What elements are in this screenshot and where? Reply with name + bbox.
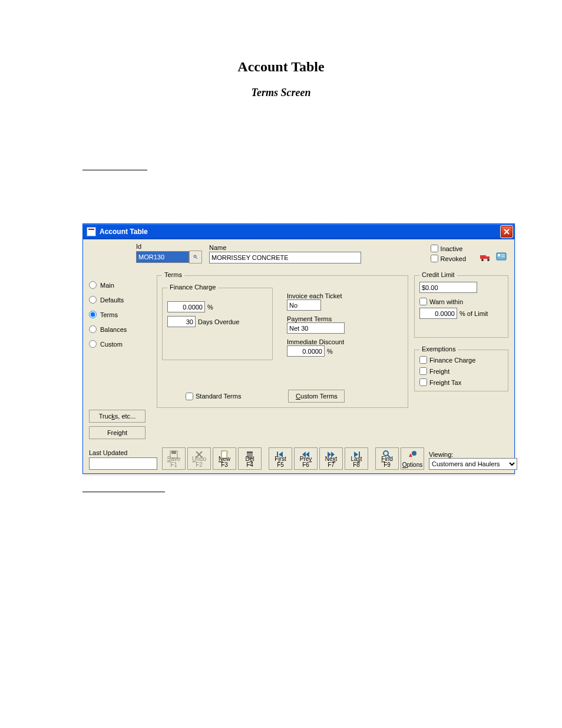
id-lookup-button[interactable]	[189, 251, 202, 263]
warn-within-label: Warn within	[429, 298, 463, 305]
immediate-discount-label: Immediate Discount	[287, 338, 344, 345]
exempt-finance-checkbox[interactable]	[419, 356, 427, 364]
standard-terms-checkbox[interactable]	[186, 393, 193, 400]
nav-custom[interactable]	[89, 340, 97, 348]
name-label: Name	[209, 244, 361, 251]
document-title: Account Table	[0, 59, 562, 75]
toolbar: Save F1 Undo F2 New F3 Del F4 First F5	[162, 447, 424, 470]
svg-point-4	[481, 259, 484, 261]
next-button[interactable]: Next F7	[319, 447, 343, 470]
finance-days-input[interactable]	[167, 316, 196, 327]
terms-group-title: Terms	[162, 271, 184, 278]
id-label: Id	[136, 243, 202, 250]
header-row: Id Name Inactive Revoked	[83, 239, 514, 268]
nav-defaults[interactable]	[89, 296, 97, 304]
immediate-discount-pct: %	[327, 348, 333, 355]
nav-balances[interactable]	[89, 325, 97, 333]
first-icon	[269, 450, 292, 459]
exempt-freight-label: Freight	[429, 368, 449, 375]
last-updated-input[interactable]	[89, 457, 157, 470]
finance-charge-title: Finance Charge	[167, 284, 218, 291]
custom-terms-button[interactable]: Custom Terms	[288, 390, 345, 403]
trash-icon	[239, 450, 261, 459]
trucks-button[interactable]: Trucks, etc...	[89, 410, 146, 423]
svg-marker-23	[328, 452, 331, 457]
freight-button[interactable]: Freight	[89, 426, 146, 439]
svg-marker-24	[331, 452, 335, 457]
invoice-each-label: Invoice each Ticket	[287, 292, 342, 299]
close-icon	[504, 229, 510, 235]
footer: Last Updated Save F1 Undo F2 New F3 Del …	[83, 445, 514, 473]
warn-within-checkbox[interactable]	[419, 298, 427, 305]
svg-marker-29	[409, 453, 412, 457]
standard-terms-label: Standard Terms	[196, 393, 241, 400]
next-icon	[320, 450, 342, 459]
svg-point-30	[412, 451, 416, 456]
nav-custom-label: Custom	[100, 341, 123, 348]
svg-rect-12	[222, 451, 227, 458]
save-button[interactable]: Save F1	[162, 447, 186, 470]
svg-rect-3	[486, 256, 490, 259]
magnifier-icon	[193, 253, 198, 261]
del-button[interactable]: Del F4	[238, 447, 262, 470]
last-button[interactable]: Last F8	[345, 447, 368, 470]
immediate-discount-input[interactable]	[287, 345, 325, 357]
divider	[82, 170, 147, 170]
payment-terms-input[interactable]	[287, 322, 345, 334]
svg-line-28	[388, 455, 391, 458]
exempt-finance-label: Finance Charge	[429, 357, 475, 364]
exempt-freight-tax-label: Freight Tax	[429, 379, 461, 386]
close-button[interactable]	[500, 225, 513, 238]
exemptions-title: Exemptions	[419, 345, 458, 353]
revoked-checkbox[interactable]	[431, 255, 438, 262]
options-icon	[401, 450, 424, 459]
prev-button[interactable]: Prev F6	[294, 447, 318, 470]
revoked-label: Revoked	[441, 255, 466, 262]
terms-panel: Terms Finance Charge % Days Overdue	[157, 271, 408, 442]
save-icon	[163, 450, 185, 459]
credit-limit-title: Credit Limit	[419, 271, 457, 278]
invoice-each-input[interactable]	[287, 299, 321, 311]
undo-button[interactable]: Undo F2	[187, 447, 211, 470]
nav-terms[interactable]	[89, 311, 97, 318]
truck-icon	[479, 249, 493, 263]
last-updated-label: Last Updated	[89, 449, 157, 456]
finance-days-label: Days Overdue	[198, 318, 239, 325]
viewing-label: Viewing:	[429, 451, 517, 458]
nav-terms-label: Terms	[100, 311, 118, 318]
nav-main-label: Main	[100, 282, 114, 289]
id-input[interactable]	[136, 251, 189, 263]
nav-balances-label: Balances	[100, 326, 127, 333]
svg-rect-2	[480, 255, 486, 259]
first-button[interactable]: First F5	[269, 447, 292, 470]
svg-marker-22	[306, 452, 309, 457]
svg-point-5	[487, 259, 490, 261]
side-nav: Main Defaults Terms Balances Custom Truc…	[89, 271, 151, 442]
customer-icon	[494, 249, 508, 263]
find-icon	[376, 450, 398, 459]
viewing-select[interactable]: Customers and Haulers	[429, 458, 517, 470]
payment-terms-label: Payment Terms	[287, 315, 332, 322]
undo-icon	[188, 450, 210, 459]
exempt-freight-tax-checkbox[interactable]	[419, 378, 427, 386]
form-icon	[87, 227, 96, 236]
svg-line-1	[196, 258, 198, 259]
finance-rate-input[interactable]	[167, 301, 205, 312]
last-icon	[345, 450, 368, 459]
warn-pct-input[interactable]	[419, 308, 457, 319]
svg-marker-20	[279, 452, 283, 457]
name-input[interactable]	[209, 252, 361, 263]
svg-rect-18	[247, 452, 253, 453]
new-button[interactable]: New F3	[213, 447, 236, 470]
exempt-freight-checkbox[interactable]	[419, 367, 427, 375]
svg-rect-11	[171, 451, 176, 454]
svg-rect-7	[498, 254, 500, 256]
titlebar[interactable]: Account Table	[83, 224, 514, 239]
document-subtitle: Terms Screen	[0, 87, 562, 99]
nav-main[interactable]	[89, 281, 97, 289]
credit-limit-input[interactable]	[419, 282, 477, 293]
inactive-checkbox[interactable]	[431, 245, 438, 252]
new-icon	[213, 450, 236, 459]
options-button[interactable]: Options	[401, 447, 424, 470]
find-button[interactable]: Find F9	[375, 447, 399, 470]
